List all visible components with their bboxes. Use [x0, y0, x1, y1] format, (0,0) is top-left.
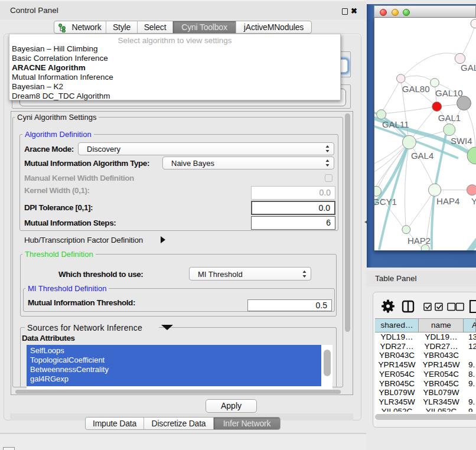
svg-text:GAL1: GAL1 [438, 113, 461, 123]
svg-text:GAL4: GAL4 [411, 151, 433, 161]
svg-text:GAL10: GAL10 [435, 88, 463, 98]
svg-text:SWI4: SWI4 [451, 136, 472, 146]
svg-text:GAL80: GAL80 [402, 84, 430, 94]
svg-text:GAL11: GAL11 [382, 119, 409, 129]
svg-text:HAP4: HAP4 [436, 196, 459, 206]
svg-text:Y: Y [471, 196, 476, 206]
svg-text:GCY1: GCY1 [374, 197, 397, 207]
svg-text:GAL: GAL [461, 63, 476, 73]
svg-text:HAP2: HAP2 [407, 236, 431, 246]
